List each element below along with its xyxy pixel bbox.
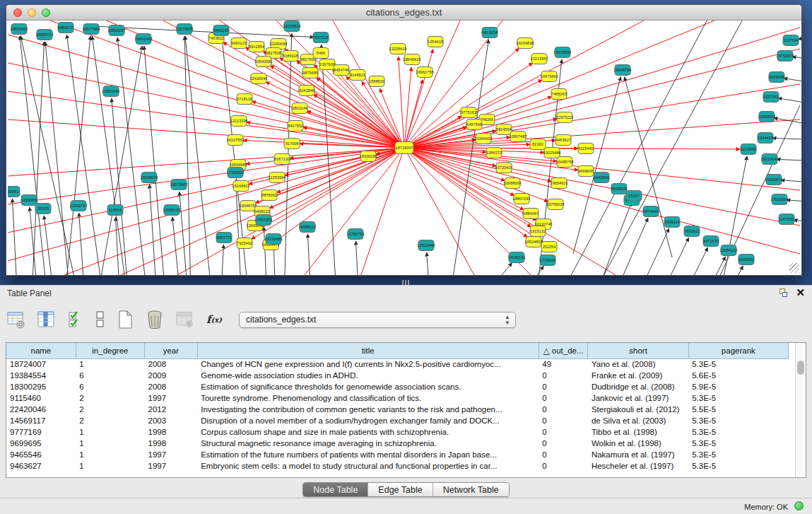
yellow-node[interactable]: 2803144 <box>292 103 307 114</box>
table-cell[interactable]: Structural magnetic resonance image aver… <box>197 438 539 449</box>
black-citation-edge[interactable] <box>79 213 86 275</box>
teal-node[interactable]: 17016504 <box>771 194 789 205</box>
table-cell[interactable]: 2012 <box>144 404 197 415</box>
table-cell[interactable]: 9465546 <box>6 449 76 460</box>
red-citation-edge[interactable] <box>404 148 800 254</box>
yellow-node[interactable]: 1588520 <box>369 76 384 87</box>
table-cell[interactable]: Corpus callosum shape and size in male p… <box>197 426 539 438</box>
black-citation-edge[interactable] <box>787 200 801 204</box>
teal-node[interactable]: 16958107 <box>299 222 317 233</box>
table-cell[interactable]: 5.6E-5 <box>688 370 788 381</box>
red-citation-edge[interactable] <box>404 148 551 182</box>
teal-node[interactable]: 16033839 <box>283 21 301 32</box>
black-citation-edge[interactable] <box>144 46 170 275</box>
yellow-node[interactable]: 16495758 <box>556 157 574 168</box>
black-citation-edge[interactable] <box>273 246 276 275</box>
table-cell[interactable]: 2008 <box>144 358 197 370</box>
teal-node[interactable]: 1640954 <box>594 173 609 183</box>
red-citation-edge[interactable] <box>404 49 800 148</box>
table-cell[interactable]: 9115460 <box>6 392 76 404</box>
yellow-node[interactable]: 917008 <box>284 139 300 149</box>
table-cell[interactable]: 0 <box>539 392 588 404</box>
teal-node[interactable]: 12093832 <box>758 112 776 122</box>
yellow-node[interactable]: 7925402 <box>237 238 252 249</box>
table-row[interactable]: 1456911722003Disruption of a novel membe… <box>6 415 789 426</box>
teal-node[interactable]: 16782759 <box>347 229 365 240</box>
table-cell[interactable]: 22420046 <box>6 404 76 415</box>
table-cell[interactable]: 2009 <box>144 370 197 381</box>
select-columns-icon[interactable] <box>65 309 86 330</box>
table-cell[interactable]: Wolkin et al. (1998) <box>588 438 688 449</box>
network-window[interactable]: citations_edges.txt 18724007183002957463… <box>6 4 802 276</box>
table-cell[interactable]: Estimation of significance thresholds fo… <box>197 381 539 392</box>
yellow-node[interactable]: 2718126 <box>237 94 252 105</box>
table-cell[interactable]: de Silva et al. (2003) <box>588 415 688 426</box>
yellow-node[interactable]: 18807293 <box>513 194 531 204</box>
table-cell[interactable]: 18724007 <box>6 358 76 370</box>
table-cell[interactable]: Embryonic stem cells: a model to study s… <box>197 460 539 472</box>
table-cell[interactable]: 1 <box>76 460 144 472</box>
table-cell[interactable]: Tibbo et al. (1998) <box>588 426 688 438</box>
black-citation-edge[interactable] <box>66 35 114 275</box>
black-citation-edge[interactable] <box>427 252 432 275</box>
teal-node[interactable]: 6466160 <box>213 25 229 36</box>
teal-node[interactable]: 15276005 <box>176 24 194 35</box>
table-cell[interactable]: Investigating the contribution of common… <box>197 404 539 415</box>
table-cell[interactable]: 0 <box>539 415 588 426</box>
teal-node[interactable]: 17359928 <box>227 168 245 178</box>
window-resize-grip[interactable] <box>789 263 799 273</box>
table-cell[interactable]: 2 <box>76 404 144 415</box>
table-row[interactable]: 1938455462009Genome-wide association stu… <box>6 370 789 381</box>
black-citation-edge[interactable] <box>185 36 220 275</box>
teal-node[interactable]: 16210643 <box>761 154 779 165</box>
yellow-node[interactable]: 2386372 <box>486 148 502 158</box>
table-cell[interactable]: 19384554 <box>6 370 76 381</box>
yellow-node[interactable]: 9146821 <box>350 70 365 81</box>
teal-node[interactable]: 1167531 <box>779 214 794 225</box>
teal-node[interactable]: 7857224 <box>313 33 329 43</box>
teal-node[interactable]: 16648784 <box>614 65 632 76</box>
black-citation-edge[interactable] <box>180 192 188 275</box>
table-cell[interactable]: 9699695 <box>6 438 76 449</box>
yellow-node[interactable]: 9463627 <box>555 135 571 146</box>
black-citation-edge[interactable] <box>625 77 672 257</box>
table-cell[interactable]: Disruption of a novel member of a sodium… <box>197 415 539 426</box>
column-header-title[interactable]: title <box>197 343 539 358</box>
yellow-node[interactable]: 16524851 <box>525 237 543 247</box>
teal-node[interactable]: 114519 <box>107 205 123 216</box>
teal-node[interactable]: 9886572 <box>58 23 73 33</box>
yellow-node[interactable]: 8267130 <box>274 154 290 165</box>
table-row[interactable]: 977716911998Corpus callosum shape and si… <box>6 426 789 438</box>
teal-node[interactable]: 20691406 <box>135 34 153 45</box>
create-column-icon[interactable] <box>114 309 136 330</box>
table-cell[interactable]: Franke et al. (2009) <box>588 370 688 381</box>
teal-node[interactable]: 18975887 <box>170 180 188 190</box>
black-citation-edge[interactable] <box>460 263 512 275</box>
black-citation-edge[interactable] <box>20 36 50 275</box>
black-citation-edge[interactable] <box>573 21 750 275</box>
network-window-titlebar[interactable]: citations_edges.txt <box>6 5 801 21</box>
yellow-node[interactable]: 19654923 <box>551 178 568 189</box>
table-cell[interactable]: 5.5E-5 <box>688 404 788 415</box>
yellow-node[interactable]: 11353594 <box>269 173 286 183</box>
black-citation-edge[interactable] <box>29 42 45 275</box>
yellow-node[interactable]: 9484067 <box>523 209 539 219</box>
black-citation-edge[interactable] <box>112 98 128 275</box>
teal-node[interactable]: 20653346 <box>102 86 120 97</box>
table-cell[interactable]: 5.3E-5 <box>688 426 788 438</box>
table-row[interactable]: 969969511998Structural magnetic resonanc… <box>6 438 789 449</box>
yellow-node[interactable]: 16154838 <box>517 38 534 49</box>
red-citation-edge[interactable] <box>8 148 404 233</box>
table-cell[interactable]: 1 <box>76 358 144 370</box>
table-cell[interactable]: 2 <box>76 392 144 404</box>
red-citation-edge[interactable] <box>404 21 502 148</box>
teal-node[interactable]: 135061 <box>8 187 20 197</box>
column-header-out-de-[interactable]: △ out_de... <box>539 343 588 358</box>
table-mode-icon[interactable] <box>6 309 27 330</box>
table-row[interactable]: 2242004622012Investigating the contribut… <box>6 404 789 415</box>
table-cell[interactable]: 5.3E-5 <box>688 460 788 472</box>
yellow-node[interactable]: 8186328 <box>283 51 298 62</box>
teal-node[interactable]: 12923448 <box>418 240 435 251</box>
column-header-name[interactable]: name <box>6 343 76 358</box>
red-citation-edge[interactable] <box>404 148 740 149</box>
